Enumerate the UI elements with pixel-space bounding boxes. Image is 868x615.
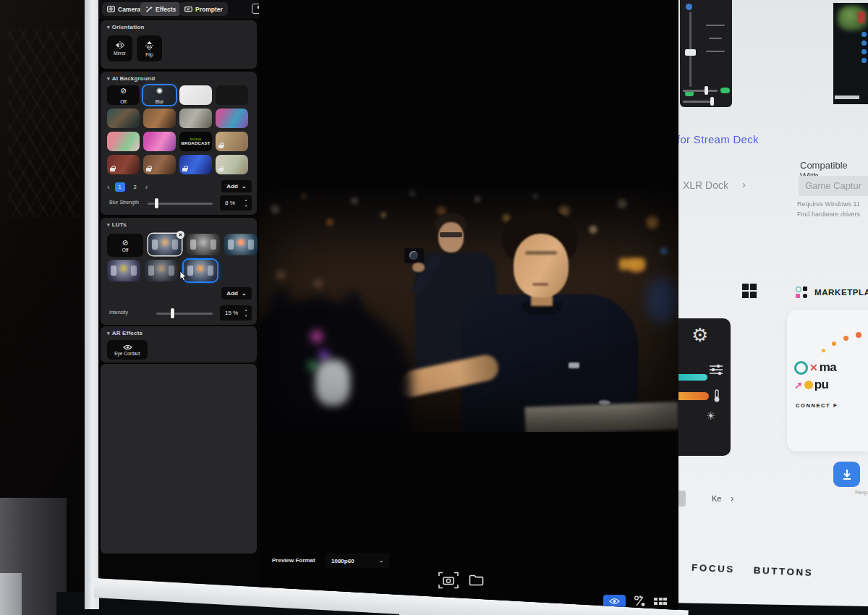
tab-camera[interactable]: Camera xyxy=(102,2,145,16)
download-button[interactable] xyxy=(833,462,860,487)
background-thumb-room[interactable] xyxy=(143,109,176,128)
capture-toolbar xyxy=(438,571,496,590)
blur-strength-value: 8 % xyxy=(225,200,235,206)
tab-prompter-label: Prompter xyxy=(195,6,223,13)
game-capture-dropdown[interactable]: Game Captur xyxy=(799,176,868,196)
background-thumb-locked[interactable] xyxy=(179,155,212,174)
blur-strength-handle[interactable] xyxy=(155,198,158,208)
connect-from-tagline: CONNECT F xyxy=(796,402,838,409)
collapse-icon[interactable]: ▾ xyxy=(107,222,110,227)
pager-page-1[interactable]: 1 xyxy=(115,182,125,192)
orientation-section: ▾Orientation Mirror Flip xyxy=(101,20,257,69)
brightness-icon[interactable]: ☀ xyxy=(706,410,715,423)
background-thumb-anime[interactable] xyxy=(216,109,248,128)
background-thumb-locked[interactable] xyxy=(216,132,248,151)
preview-format-label: Preview Format xyxy=(272,557,315,564)
background-thumb-locked[interactable] xyxy=(107,155,140,174)
keypad-grid-icon[interactable] xyxy=(654,598,667,605)
ai-background-section: ▾AI Background ⊘Off Blur NVIDIABROADCAST xyxy=(101,72,257,215)
collapse-icon[interactable]: ▾ xyxy=(107,331,110,336)
logo-text-pu: pu xyxy=(814,378,829,392)
background-thumb-pastel[interactable] xyxy=(107,132,140,151)
ar-effects-header[interactable]: ▾AR Effects xyxy=(107,330,142,336)
background-thumb-office[interactable] xyxy=(179,109,212,128)
blur-strength-value-box[interactable]: 8 % ▴▾ xyxy=(220,195,252,211)
background-off-option[interactable]: ⊘Off xyxy=(107,85,140,105)
tab-prompter[interactable]: Prompter xyxy=(179,2,228,16)
blur-icon xyxy=(156,88,163,94)
mirror-button[interactable]: Mirror xyxy=(107,35,132,62)
flip-icon xyxy=(145,41,153,51)
xlr-dock-chevron-icon[interactable]: › xyxy=(742,178,746,190)
background-white-option[interactable] xyxy=(179,85,212,105)
sliders-icon[interactable] xyxy=(709,363,723,376)
ai-background-header[interactable]: ▾AI Background xyxy=(107,75,155,82)
sidebar-empty-panel xyxy=(101,364,257,554)
background-thumb-pink[interactable] xyxy=(143,132,176,151)
lut-thumb-selected[interactable] xyxy=(184,260,217,281)
xlr-dock-link[interactable]: XLR Dock xyxy=(683,179,728,191)
orientation-header[interactable]: ▾Orientation xyxy=(107,24,145,30)
eye-contact-button[interactable]: Eye Contact xyxy=(107,340,148,360)
background-thumb-room[interactable] xyxy=(107,109,140,128)
pager-prev-icon[interactable]: ‹ xyxy=(107,182,110,191)
focus-label: FOCUS xyxy=(692,562,735,575)
lut-thumb-cool[interactable] xyxy=(107,260,140,281)
lut-thumb-grayscale[interactable] xyxy=(187,234,220,255)
logo-arrow-glyph: ➚ xyxy=(794,379,803,391)
tab-camera-label: Camera xyxy=(118,6,140,13)
intensity-value-box[interactable]: 15 % ▴▾ xyxy=(220,305,252,321)
intensity-slider[interactable] xyxy=(156,313,213,315)
remove-lut-icon[interactable]: ✕ xyxy=(176,231,184,239)
folder-icon[interactable] xyxy=(469,574,484,586)
pager-page-2[interactable]: 2 xyxy=(130,182,140,192)
find-drivers-link[interactable]: Find hardware drivers xyxy=(797,211,860,218)
thermometer-icon[interactable] xyxy=(712,389,722,402)
tab-effects[interactable]: Effects xyxy=(140,2,181,16)
prompter-icon xyxy=(184,6,192,13)
lut-thumb-warm[interactable] xyxy=(224,234,258,255)
lut-off-option[interactable]: ⊘Off xyxy=(107,234,143,257)
snapshot-icon[interactable] xyxy=(438,572,459,589)
audio-toggle-on[interactable] xyxy=(720,88,730,93)
add-background-button[interactable]: Add⌄ xyxy=(221,180,252,192)
signal-routing-icon[interactable] xyxy=(634,595,646,607)
pager-next-icon[interactable]: › xyxy=(145,182,148,191)
collapse-icon[interactable]: ▾ xyxy=(107,76,110,81)
gear-icon[interactable]: ⚙ xyxy=(692,324,708,347)
marketplace-wordmark: ✕ma ➚pu xyxy=(794,359,867,401)
logo-circle-glyph xyxy=(794,361,808,375)
thumb-blue-icon xyxy=(861,49,867,54)
stepper-icons[interactable]: ▴▾ xyxy=(243,307,249,318)
lock-icon xyxy=(146,168,151,172)
lock-icon xyxy=(218,145,224,149)
logo-dot-glyph xyxy=(804,381,813,389)
ke-link[interactable]: Ke xyxy=(712,494,721,503)
audio-hslider-1[interactable] xyxy=(681,85,732,96)
flip-button[interactable]: Flip xyxy=(137,35,162,62)
eye-icon xyxy=(609,598,620,605)
collapse-icon[interactable]: ▾ xyxy=(107,25,110,30)
ke-chevron-icon[interactable]: › xyxy=(731,493,733,504)
tab-bar: Camera Effects Prompter xyxy=(98,0,265,19)
background-thumb-nvidia-broadcast[interactable]: NVIDIABROADCAST xyxy=(179,132,212,151)
lut-thumb-muted[interactable] xyxy=(145,260,178,281)
intensity-handle[interactable] xyxy=(171,308,174,318)
background-black-option[interactable] xyxy=(216,85,248,105)
add-lut-button[interactable]: Add⌄ xyxy=(221,287,252,300)
luts-header[interactable]: ▾LUTs xyxy=(107,221,127,228)
stepper-icons[interactable]: ▴▾ xyxy=(243,197,249,208)
background-blur-option-selected[interactable]: Blur xyxy=(143,85,176,105)
marketplace-logo-icon xyxy=(796,287,807,298)
background-thumb-locked[interactable] xyxy=(216,155,248,174)
lut-thumb-hovered[interactable]: ✕ xyxy=(148,234,182,255)
audio-hslider-2[interactable] xyxy=(681,96,732,106)
background-thumb-locked[interactable] xyxy=(143,155,176,174)
preview-format-dropdown[interactable]: 1080p60 ⌄ xyxy=(326,554,389,568)
intensity-row: Intensity 15 % ▴▾ xyxy=(107,305,252,321)
stream-deck-link[interactable]: for Stream Deck xyxy=(677,133,759,145)
volume-slider-handle[interactable] xyxy=(685,49,696,56)
background-thumbnail-grid: ⊘Off Blur NVIDIABROADCAST xyxy=(107,85,252,174)
chevron-down-icon: ⌄ xyxy=(379,558,383,564)
preview-visibility-button[interactable] xyxy=(603,595,626,608)
